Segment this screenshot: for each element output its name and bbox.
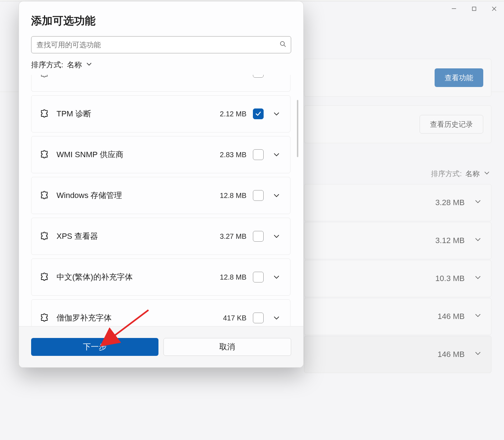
scrollbar-thumb[interactable] bbox=[297, 100, 298, 157]
search-field-wrap bbox=[31, 36, 291, 53]
sort-value: 名称 bbox=[67, 60, 82, 70]
feature-name: XPS 查看器 bbox=[57, 231, 214, 242]
feature-name: TPM 诊断 bbox=[57, 108, 214, 119]
cancel-button-label: 取消 bbox=[219, 342, 235, 352]
feature-size: 12.8 MB bbox=[220, 273, 246, 281]
sort-dropdown[interactable]: 排序方式: 名称 bbox=[31, 60, 291, 70]
expand-toggle[interactable] bbox=[270, 311, 283, 324]
next-button-label: 下一步 bbox=[83, 342, 107, 352]
dialog-header: 添加可选功能 bbox=[19, 1, 303, 28]
puzzle-icon bbox=[39, 272, 50, 282]
add-optional-feature-dialog: 添加可选功能 排序方式: 名称 TPM 诊断 2.12 MB bbox=[19, 1, 304, 368]
feature-size: 2.12 MB bbox=[220, 110, 246, 118]
puzzle-icon bbox=[39, 149, 50, 160]
search-input[interactable] bbox=[31, 36, 291, 53]
feature-name: 僧伽罗补充字体 bbox=[57, 313, 216, 323]
feature-row[interactable]: 僧伽罗补充字体 417 KB bbox=[31, 299, 290, 326]
feature-name: WMI SNMP 供应商 bbox=[57, 149, 214, 160]
chevron-down-icon bbox=[85, 61, 93, 69]
expand-toggle[interactable] bbox=[270, 189, 283, 202]
feature-size: 417 KB bbox=[223, 314, 246, 322]
feature-checkbox[interactable] bbox=[253, 149, 264, 160]
feature-name: 中文(繁体)的补充字体 bbox=[57, 272, 214, 282]
feature-checkbox[interactable] bbox=[253, 272, 264, 282]
feature-checkbox[interactable] bbox=[253, 313, 264, 323]
feature-checkbox[interactable] bbox=[253, 231, 264, 242]
puzzle-icon bbox=[39, 108, 50, 119]
feature-size: 3.27 MB bbox=[220, 232, 246, 241]
dialog-footer: 下一步 取消 bbox=[19, 326, 303, 367]
puzzle-icon bbox=[39, 190, 50, 201]
expand-toggle[interactable] bbox=[270, 107, 283, 120]
dialog-title: 添加可选功能 bbox=[31, 14, 291, 28]
feature-name: Windows 存储管理 bbox=[57, 190, 214, 201]
feature-row[interactable]: TPM 诊断 2.12 MB bbox=[31, 95, 290, 132]
feature-row[interactable]: XPS 查看器 3.27 MB bbox=[31, 218, 290, 255]
feature-size: 12.8 MB bbox=[220, 192, 246, 200]
next-button[interactable]: 下一步 bbox=[31, 338, 158, 356]
expand-toggle[interactable] bbox=[270, 148, 283, 161]
app-backdrop: 查看功能 查看历史记录 排序方式: 名称 3.28 MB 3.12 MB 10.… bbox=[0, 0, 504, 440]
cancel-button[interactable]: 取消 bbox=[163, 338, 292, 356]
puzzle-icon bbox=[39, 231, 50, 242]
feature-checkbox[interactable] bbox=[253, 190, 264, 201]
puzzle-icon bbox=[39, 75, 50, 79]
feature-size: 2.83 MB bbox=[220, 151, 246, 159]
sort-label: 排序方式: bbox=[31, 60, 63, 70]
feature-row[interactable]: 中文(繁体)的补充字体 12.8 MB bbox=[31, 258, 290, 296]
feature-checkbox[interactable] bbox=[253, 108, 264, 119]
expand-toggle[interactable] bbox=[270, 230, 283, 243]
puzzle-icon bbox=[39, 313, 50, 323]
feature-row[interactable]: Windows 存储管理 12.8 MB bbox=[31, 177, 290, 214]
feature-checkbox[interactable] bbox=[253, 75, 264, 78]
feature-row[interactable] bbox=[31, 75, 290, 92]
feature-list: TPM 诊断 2.12 MB WMI SNMP 供应商 2.83 MB Wind… bbox=[31, 75, 303, 326]
feature-row[interactable]: WMI SNMP 供应商 2.83 MB bbox=[31, 136, 290, 173]
expand-toggle[interactable] bbox=[270, 271, 283, 284]
